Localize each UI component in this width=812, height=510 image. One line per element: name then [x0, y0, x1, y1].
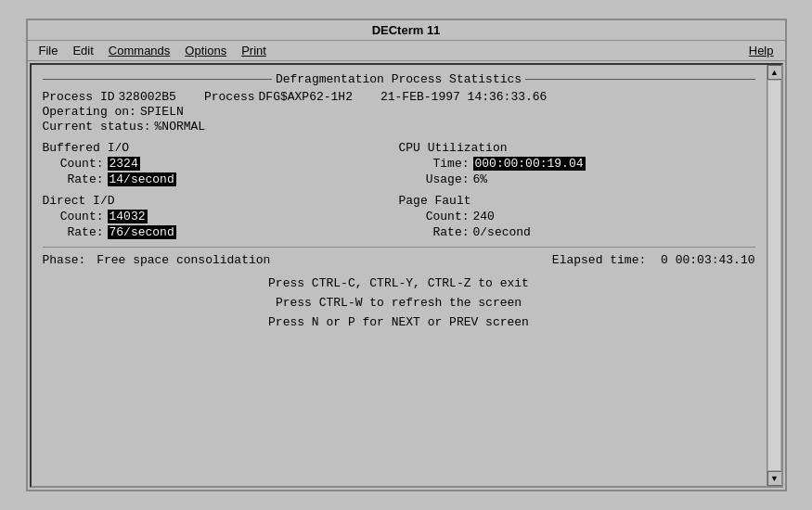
process-dfg-value: DFG$AXP62-1H2 — [259, 90, 353, 104]
press-line-3: Press N or P for NEXT or PREV screen — [43, 313, 755, 333]
menu-bar: File Edit Commands Options Print Help — [28, 41, 785, 61]
elapsed-label: Elapsed time: — [552, 253, 646, 267]
direct-count-value: 14032 — [108, 210, 148, 223]
date-value: 21-FEB-1997 14:36:33.66 — [380, 90, 547, 104]
cpu-usage-label: Usage: — [399, 172, 473, 186]
phase-label-text: Phase: Free space consolidation — [43, 253, 399, 267]
terminal-area: Defragmentation Process Statistics Proce… — [30, 63, 783, 488]
scroll-track[interactable] — [767, 80, 781, 471]
window-title: DECterm 11 — [372, 23, 441, 37]
buffered-count-row: Count: 2324 — [43, 157, 399, 171]
menu-options[interactable]: Options — [177, 43, 234, 58]
press-line-1: Press CTRL-C, CTRL-Y, CTRL-Z to exit — [43, 274, 755, 294]
buffered-count-value: 2324 — [108, 157, 140, 171]
process-info-row: Process ID 328002B5 Process DFG$AXP62-1H… — [43, 90, 755, 104]
scroll-down-button[interactable]: ▼ — [767, 471, 782, 486]
cpu-usage-row: Usage: 6% — [399, 172, 755, 186]
pf-count-row: Count: 240 — [399, 210, 755, 223]
page-fault-header: Page Fault — [399, 194, 471, 208]
buffered-io-header-row: Buffered I/O — [43, 141, 399, 155]
cpu-header-row: CPU Utilization — [399, 141, 755, 155]
pf-rate-row: Rate: 0/second — [399, 225, 755, 239]
direct-rate-label: Rate: — [43, 225, 108, 239]
header-dashes-right — [525, 79, 754, 80]
status-label: Current status: — [43, 120, 151, 134]
direct-io-section: Direct I/D Count: 14032 Rate: 76/second — [43, 194, 399, 241]
stats-columns-2: Direct I/D Count: 14032 Rate: 76/second … — [43, 194, 755, 241]
menu-print[interactable]: Print — [234, 43, 274, 58]
page-fault-header-row: Page Fault — [399, 194, 755, 208]
cpu-time-label: Time: — [399, 157, 473, 171]
press-section: Press CTRL-C, CTRL-Y, CTRL-Z to exit Pre… — [43, 274, 755, 332]
buffered-count-label: Count: — [43, 157, 108, 171]
buffered-rate-value: 14/second — [108, 172, 176, 186]
cpu-usage-value: 6% — [473, 172, 488, 186]
direct-count-row: Count: 14032 — [43, 210, 399, 223]
header-dashes-left — [43, 79, 272, 80]
buffered-rate-row: Rate: 14/second — [43, 172, 399, 186]
process-dfg-label: Process — [204, 90, 255, 104]
direct-io-header-row: Direct I/D — [43, 194, 399, 208]
buffered-io-section: Buffered I/O Count: 2324 Rate: 14/second — [43, 141, 399, 188]
process-id-label: Process ID — [43, 90, 115, 104]
elapsed-label-text: Elapsed time: 0 00:03:43.10 — [399, 253, 755, 267]
pf-rate-label: Rate: — [399, 225, 473, 239]
terminal-content[interactable]: Defragmentation Process Statistics Proce… — [32, 65, 767, 486]
direct-io-header: Direct I/D — [43, 194, 115, 208]
status-value: %NORMAL — [155, 120, 206, 134]
cpu-time-row: Time: 000:00:00:19.04 — [399, 157, 755, 171]
phase-row: Phase: Free space consolidation Elapsed … — [43, 253, 755, 267]
stats-columns: Buffered I/O Count: 2324 Rate: 14/second… — [43, 141, 755, 188]
page-fault-section: Page Fault Count: 240 Rate: 0/second — [399, 194, 755, 241]
section-title: Defragmentation Process Statistics — [272, 72, 525, 86]
cpu-time-value: 000:00:00:19.04 — [473, 157, 586, 171]
pf-count-label: Count: — [399, 210, 473, 223]
scroll-up-button[interactable]: ▲ — [767, 65, 782, 80]
elapsed-value: 0 00:03:43.10 — [661, 253, 754, 267]
process-id-value: 328002B5 — [119, 90, 176, 104]
phase-value: Free space consolidation — [97, 253, 270, 267]
scrollbar-vertical[interactable]: ▲ ▼ — [767, 65, 781, 486]
direct-rate-row: Rate: 76/second — [43, 225, 399, 239]
menu-commands[interactable]: Commands — [101, 43, 177, 58]
terminal-window: DECterm 11 File Edit Commands Options Pr… — [26, 19, 787, 491]
buffered-rate-label: Rate: — [43, 172, 108, 186]
phase-label: Phase: — [43, 253, 86, 267]
pf-count-value: 240 — [473, 210, 495, 223]
direct-count-label: Count: — [43, 210, 108, 223]
direct-rate-value: 76/second — [108, 225, 176, 239]
divider — [43, 247, 755, 248]
section-header: Defragmentation Process Statistics — [43, 72, 755, 86]
operating-value: SPIELN — [140, 105, 184, 119]
operating-label: Operating on: — [43, 105, 136, 119]
menu-edit[interactable]: Edit — [65, 43, 100, 58]
status-row: Current status: %NORMAL — [43, 120, 755, 134]
cpu-header: CPU Utilization — [399, 141, 508, 155]
menu-file[interactable]: File — [32, 43, 66, 58]
cpu-section: CPU Utilization Time: 000:00:00:19.04 Us… — [399, 141, 755, 188]
buffered-io-header: Buffered I/O — [43, 141, 130, 155]
pf-rate-value: 0/second — [473, 225, 531, 239]
operating-row: Operating on: SPIELN — [43, 105, 755, 119]
title-bar: DECterm 11 — [28, 20, 785, 41]
press-line-2: Press CTRL-W to refresh the screen — [43, 294, 755, 313]
menu-help[interactable]: Help — [741, 43, 781, 58]
